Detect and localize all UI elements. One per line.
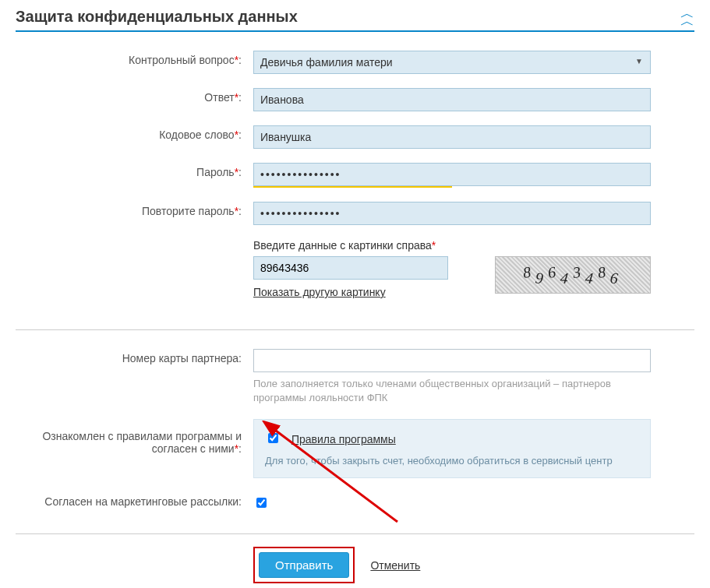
security-question-select[interactable]: Девичья фамилия матери — [253, 51, 651, 74]
cancel-link[interactable]: Отменить — [370, 559, 420, 572]
row-codeword: Кодовое слово*: — [16, 125, 694, 149]
row-rules-agree: Ознакомлен с правилами программы и согла… — [16, 419, 694, 478]
row-password: Пароль*: — [16, 163, 694, 188]
row-captcha: Введите данные с картинки справа* Показа… — [16, 239, 694, 298]
captcha-label: Введите данные с картинки справа* — [253, 239, 651, 252]
label-password: Пароль*: — [16, 163, 253, 178]
rules-link[interactable]: Правила программы — [291, 433, 396, 445]
partner-hint: Поле заполняется только членами обществе… — [253, 377, 651, 405]
row-security-question: Контрольный вопрос*: Девичья фамилия мат… — [16, 51, 694, 74]
label-answer: Ответ*: — [16, 88, 253, 104]
rules-note: Для того, чтобы закрыть счет, необходимо… — [265, 455, 639, 467]
captcha-image: 89643486 — [495, 256, 651, 294]
captcha-refresh-link[interactable]: Показать другую картинку — [253, 286, 448, 298]
label-rules-agree: Ознакомлен с правилами программы и согла… — [16, 419, 253, 455]
footer-divider — [16, 533, 694, 534]
label-security-question: Контрольный вопрос*: — [16, 51, 253, 66]
row-answer: Ответ*: — [16, 88, 694, 111]
row-marketing: Согласен на маркетинговые рассылки: — [16, 492, 694, 510]
captcha-digits: 89643486 — [523, 266, 623, 284]
password-input[interactable] — [253, 163, 651, 186]
submit-button[interactable]: Отправить — [259, 552, 349, 578]
rules-box: Правила программы Для того, чтобы закрыт… — [253, 419, 651, 478]
collapse-icon[interactable]: ︿︿ — [680, 9, 694, 25]
actions-row: Отправить Отменить — [253, 542, 694, 588]
codeword-input[interactable] — [253, 125, 651, 149]
partner-card-input[interactable] — [253, 349, 651, 372]
label-marketing: Согласен на маркетинговые рассылки: — [16, 492, 253, 508]
label-codeword: Кодовое слово*: — [16, 125, 253, 141]
rules-checkbox[interactable] — [268, 433, 278, 443]
submit-highlight: Отправить — [253, 547, 355, 583]
answer-input[interactable] — [253, 88, 651, 111]
section-header: Защита конфиденциальных данных ︿︿ — [16, 8, 694, 32]
divider — [16, 329, 694, 330]
row-partner-card: Номер карты партнера: Поле заполняется т… — [16, 349, 694, 405]
marketing-checkbox[interactable] — [256, 498, 267, 508]
label-partner-card: Номер карты партнера: — [16, 349, 253, 364]
password-repeat-input[interactable] — [253, 202, 651, 225]
row-password-repeat: Повторите пароль*: — [16, 202, 694, 225]
section-title: Защита конфиденциальных данных — [16, 8, 298, 26]
label-password-repeat: Повторите пароль*: — [16, 202, 253, 217]
captcha-input[interactable] — [253, 256, 448, 280]
